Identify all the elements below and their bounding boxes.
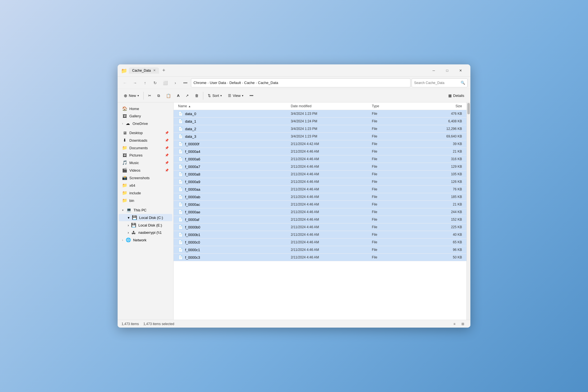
- details-button[interactable]: ▦ Details: [445, 92, 467, 99]
- minimize-button[interactable]: ─: [427, 66, 440, 75]
- more-toolbar-button[interactable]: •••: [247, 92, 256, 99]
- expand-button[interactable]: ›: [171, 78, 180, 87]
- sort-button[interactable]: ⇅ Sort ▾: [205, 92, 225, 99]
- grid-view-toggle[interactable]: ⊞: [459, 321, 466, 327]
- rename-button[interactable]: A: [174, 92, 182, 99]
- file-name-cell: 📄 f_0000c1: [178, 248, 291, 252]
- sidebar-item-documents[interactable]: 📁 Documents 📌: [119, 144, 172, 151]
- scroll-track[interactable]: [467, 102, 470, 320]
- documents-pin-icon: 📌: [165, 146, 169, 150]
- table-row[interactable]: 📄 data_3 3/4/2024 1:23 PM File 69,640 KB: [174, 133, 466, 140]
- back-button[interactable]: ←: [120, 78, 129, 87]
- forward-button[interactable]: →: [130, 78, 139, 87]
- up-button[interactable]: ↑: [141, 78, 150, 87]
- table-row[interactable]: 📄 f_0000a9 2/11/2024 4:46 AM File 126 KB: [174, 178, 466, 186]
- table-row[interactable]: 📄 f_0000b0 2/11/2024 4:46 AM File 225 KB: [174, 223, 466, 231]
- sidebar-item-screenshots[interactable]: 📸 Screenshots: [119, 174, 172, 181]
- col-header-date[interactable]: Date modified: [291, 104, 372, 108]
- file-date-cell: 3/4/2024 1:24 PM: [291, 119, 372, 123]
- table-row[interactable]: 📄 f_0000a6 2/11/2024 4:46 AM File 316 KB: [174, 155, 466, 163]
- search-bar[interactable]: 🔍: [412, 78, 468, 87]
- expand-icon: ›: [175, 81, 176, 85]
- file-name-text: data_2: [185, 127, 196, 131]
- file-date-cell: 2/11/2024 4:46 AM: [291, 165, 372, 169]
- picker-button[interactable]: ⬜: [161, 78, 170, 87]
- share-button[interactable]: ↗: [183, 92, 192, 99]
- file-type-icon: 📄: [178, 134, 183, 139]
- sidebar-label-local-disk-e: Local Disk (E:): [138, 223, 162, 227]
- file-size-cell: 105 KB: [417, 172, 462, 176]
- table-row[interactable]: 📄 f_0000af 2/11/2024 4:46 AM File 152 KB: [174, 216, 466, 223]
- refresh-button[interactable]: ↻: [151, 78, 160, 87]
- window-tab[interactable]: Cache_Data ✕: [129, 67, 159, 74]
- videos-icon: 🎬: [122, 168, 127, 173]
- close-window-button[interactable]: ✕: [454, 66, 467, 75]
- sidebar-item-nasberrypi[interactable]: › 🖧 nasberrypi (\\1: [119, 229, 172, 236]
- paste-button[interactable]: 📋: [163, 92, 174, 99]
- search-input[interactable]: [414, 81, 459, 85]
- breadcrumb-cachedata[interactable]: Cache_Data: [258, 81, 278, 85]
- nas-expand-icon: ›: [128, 230, 129, 235]
- close-tab-button[interactable]: ✕: [153, 69, 156, 72]
- sidebar-item-home[interactable]: 🏠 Home: [119, 105, 172, 112]
- sidebar-item-desktop[interactable]: 🖥 Desktop 📌: [119, 129, 172, 136]
- delete-button[interactable]: 🗑: [192, 92, 201, 99]
- copy-button[interactable]: ⧉: [155, 92, 163, 99]
- file-date-cell: 2/11/2024 4:46 AM: [291, 218, 372, 221]
- sidebar-item-pictures[interactable]: 🖼 Pictures 📌: [119, 152, 172, 159]
- table-row[interactable]: 📄 f_0000a4 2/11/2024 4:46 AM File 21 KB: [174, 148, 466, 155]
- list-view-toggle[interactable]: ≡: [451, 321, 458, 327]
- table-row[interactable]: 📄 f_0000aa 2/11/2024 4:46 AM File 76 KB: [174, 186, 466, 193]
- new-dropdown-icon: ▾: [137, 94, 139, 97]
- sidebar-item-music[interactable]: 🎵 Music 📌: [119, 159, 172, 166]
- sidebar-item-gallery[interactable]: 🖼 Gallery: [119, 113, 172, 120]
- localc-expand-icon: ▾: [128, 216, 130, 220]
- breadcrumb-bar[interactable]: Chrome › User Data › Default › Cache › C…: [191, 78, 410, 87]
- back-icon: ←: [123, 81, 127, 85]
- sidebar-item-videos[interactable]: 🎬 Videos 📌: [119, 167, 172, 174]
- table-row[interactable]: 📄 f_0000b1 2/11/2024 4:46 AM File 40 KB: [174, 231, 466, 239]
- sidebar-item-thispc[interactable]: ▾ 💻 This PC: [119, 206, 172, 214]
- view-button[interactable]: ☰ View ▾: [225, 92, 246, 99]
- scroll-thumb[interactable]: [467, 103, 470, 114]
- maximize-button[interactable]: □: [441, 66, 454, 75]
- breadcrumb-cache[interactable]: Cache: [244, 81, 255, 85]
- col-header-type[interactable]: Type: [372, 104, 417, 108]
- sort-dropdown-icon: ▾: [220, 94, 222, 97]
- sidebar-label-pictures: Pictures: [129, 153, 143, 157]
- breadcrumb-chrome[interactable]: Chrome: [193, 81, 206, 85]
- add-tab-button[interactable]: +: [160, 67, 168, 73]
- table-row[interactable]: 📄 f_0000c3 2/11/2024 4:46 AM File 50 KB: [174, 254, 466, 261]
- cut-button[interactable]: ✂: [145, 92, 154, 99]
- sidebar-label-network: Network: [133, 238, 146, 242]
- sidebar-label-local-disk-c: Local Disk (C:): [139, 216, 163, 220]
- sidebar-item-onedrive[interactable]: › ☁ OneDrive: [119, 120, 172, 127]
- sidebar-item-include[interactable]: 📁 include: [119, 189, 172, 197]
- sidebar-item-local-disk-c[interactable]: ▾ 💾 Local Disk (C:): [119, 214, 172, 221]
- col-header-size[interactable]: Size: [417, 104, 462, 108]
- table-row[interactable]: 📄 data_0 3/4/2024 1:23 PM File 476 KB: [174, 110, 466, 118]
- sidebar-item-local-disk-e[interactable]: › 💾 Local Disk (E:): [119, 221, 172, 229]
- new-button[interactable]: ⊕ New ▾: [121, 92, 142, 100]
- table-row[interactable]: 📄 f_0000a8 2/11/2024 4:46 AM File 105 KB: [174, 171, 466, 178]
- table-row[interactable]: 📄 f_00000f 2/11/2024 4:42 AM File 39 KB: [174, 140, 466, 148]
- table-row[interactable]: 📄 f_0000ae 2/11/2024 4:46 AM File 244 KB: [174, 208, 466, 216]
- sidebar-item-network[interactable]: › 🌐 Network: [119, 236, 172, 244]
- more-nav-button[interactable]: •••: [181, 78, 190, 87]
- table-row[interactable]: 📄 f_0000c1 2/11/2024 4:46 AM File 96 KB: [174, 246, 466, 254]
- sidebar-item-bin[interactable]: 📁 bin: [119, 197, 172, 204]
- table-row[interactable]: 📄 f_0000ac 2/11/2024 4:46 AM File 21 KB: [174, 201, 466, 208]
- col-header-name[interactable]: Name ▲: [178, 104, 291, 108]
- file-type-cell: File: [372, 150, 417, 153]
- table-row[interactable]: 📄 data_1 3/4/2024 1:24 PM File 6,408 KB: [174, 118, 466, 125]
- table-row[interactable]: 📄 data_2 3/4/2024 1:23 PM File 12,296 KB: [174, 125, 466, 133]
- table-row[interactable]: 📄 f_0000a7 2/11/2024 4:46 AM File 129 KB: [174, 163, 466, 171]
- sidebar-item-x64[interactable]: 📁 x64: [119, 182, 172, 189]
- breadcrumb-default[interactable]: Default: [229, 81, 241, 85]
- table-row[interactable]: 📄 f_0000ab 2/11/2024 4:46 AM File 185 KB: [174, 193, 466, 201]
- file-type-cell: File: [372, 210, 417, 214]
- table-row[interactable]: 📄 f_0000c0 2/11/2024 4:46 AM File 65 KB: [174, 239, 466, 246]
- breadcrumb-userdata[interactable]: User Data: [210, 81, 226, 85]
- scrollbar[interactable]: [466, 102, 470, 320]
- sidebar-item-downloads[interactable]: ⬇ Downloads 📌: [119, 137, 172, 144]
